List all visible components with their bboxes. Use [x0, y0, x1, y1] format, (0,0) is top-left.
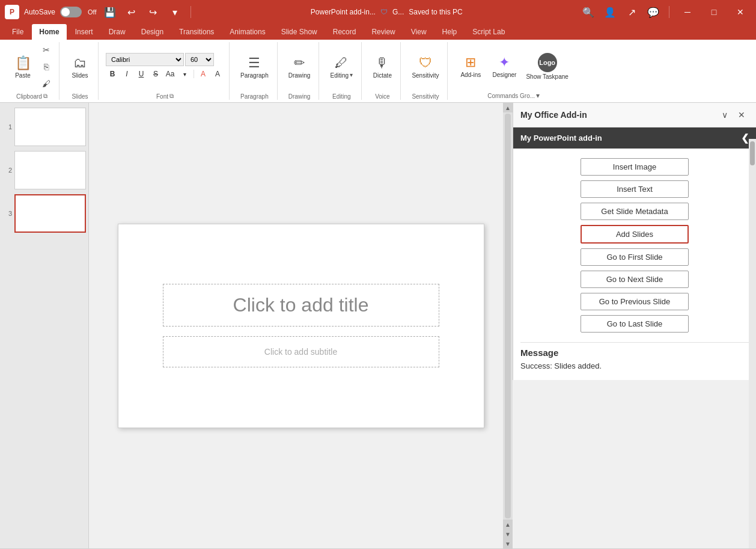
comments-button[interactable]: 💬 — [645, 4, 662, 20]
dictate-icon: 🎙 — [376, 55, 389, 71]
addin-collapse-button[interactable]: ∨ — [718, 108, 732, 122]
italic-button[interactable]: I — [120, 67, 133, 81]
dictate-button[interactable]: 🎙 Dictate — [369, 53, 395, 81]
show-taskpane-button[interactable]: Logo Show Taskpane — [522, 51, 572, 82]
strikethrough-button[interactable]: S — [149, 67, 162, 81]
addin-message-title: Message — [520, 348, 749, 358]
sensitivity-icon: 🛡 — [419, 55, 432, 71]
underline-button[interactable]: U — [135, 67, 148, 81]
scrollbar-track[interactable] — [505, 114, 511, 518]
add-slides-button[interactable]: Add Slides — [581, 225, 689, 244]
copy-button[interactable]: ⎘ — [38, 59, 54, 75]
clipboard-expand-icon[interactable]: ⧉ — [43, 93, 47, 100]
search-button[interactable]: 🔍 — [580, 4, 597, 20]
profile-button[interactable]: 👤 — [602, 4, 618, 20]
toggle-knob — [61, 8, 70, 16]
minimize-button[interactable]: ─ — [677, 4, 698, 20]
share-button[interactable]: ↗ — [623, 4, 640, 20]
addin-panel: My Office Add-in ∨ ✕ My PowerPoint add-i… — [513, 103, 756, 380]
save-button[interactable]: 💾 — [102, 4, 118, 20]
paragraph-button[interactable]: ☰ Paragraph — [237, 53, 272, 81]
addin-panel-title: My Office Add-in — [520, 110, 718, 120]
designer-button[interactable]: ✦ Designer — [489, 52, 520, 81]
tab-home[interactable]: Home — [32, 24, 66, 40]
get-slide-metadata-button[interactable]: Get Slide Metadata — [581, 203, 689, 220]
change-case-button[interactable]: Aa — [163, 67, 177, 81]
slide-title-area[interactable]: Click to add title — [163, 284, 439, 327]
quick-access-button[interactable]: ▾ — [166, 4, 183, 20]
tab-record[interactable]: Record — [326, 24, 364, 40]
separator2 — [669, 6, 669, 18]
slide-thumb-row-3: 3 — [2, 194, 86, 233]
tab-view[interactable]: View — [404, 24, 434, 40]
sensitivity-button[interactable]: 🛡 Sensitivity — [408, 53, 442, 81]
paragraph-icon: ☰ — [248, 55, 260, 71]
ribbon-content: 📋 Paste ✂ ⎘ 🖌 Clipboard ⧉ 🗂 Slides — [0, 40, 756, 102]
voice-label: Voice — [375, 93, 389, 100]
tab-scriptlab[interactable]: Script Lab — [465, 24, 512, 40]
close-button[interactable]: ✕ — [730, 4, 751, 20]
drawing-button[interactable]: ✏ Drawing — [285, 53, 314, 81]
tab-file[interactable]: File — [5, 24, 31, 40]
tab-transitions[interactable]: Transitions — [172, 24, 221, 40]
undo-button[interactable]: ↩ — [123, 4, 140, 20]
paste-button[interactable]: 📋 Paste — [10, 53, 36, 81]
slide-thumb-2[interactable] — [14, 151, 86, 189]
go-to-first-slide-button[interactable]: Go to First Slide — [581, 248, 689, 266]
insert-text-button[interactable]: Insert Text — [581, 180, 689, 198]
maximize-button[interactable]: □ — [703, 4, 725, 20]
main-area: 1 2 3 Click to add title Click to add su… — [0, 103, 756, 548]
go-to-last-slide-button[interactable]: Go to Last Slide — [581, 315, 689, 333]
ribbon: File Home Insert Draw Design Transitions… — [0, 24, 756, 103]
designer-icon: ✦ — [499, 55, 510, 70]
tab-insert[interactable]: Insert — [68, 24, 100, 40]
editing-icon: 🖊 — [335, 55, 348, 71]
bold-button[interactable]: B — [106, 67, 119, 81]
cut-button[interactable]: ✂ — [38, 42, 54, 58]
tab-animations[interactable]: Animations — [222, 24, 272, 40]
tab-slideshow[interactable]: Slide Show — [274, 24, 325, 40]
ribbon-tabs: File Home Insert Draw Design Transitions… — [0, 24, 756, 40]
addins-expand-icon[interactable]: ▾ — [536, 91, 540, 100]
text-highlight-button[interactable]: A — [211, 67, 224, 81]
scroll-next-arrow[interactable]: ▼ — [503, 529, 513, 539]
tab-help[interactable]: Help — [435, 24, 465, 40]
addin-subheader: My PowerPoint add-in ❮ — [513, 127, 756, 149]
font-expand-icon[interactable]: ⧉ — [169, 93, 174, 100]
format-painter-button[interactable]: 🖌 — [38, 76, 54, 91]
tab-design[interactable]: Design — [134, 24, 171, 40]
paragraph-label: Paragraph — [240, 93, 269, 100]
font-color-button[interactable]: A — [197, 67, 210, 81]
addin-message-section: Message Success: Slides added. — [520, 342, 749, 370]
taskpane-logo: Logo — [538, 53, 557, 72]
addins-button[interactable]: ⊞ Add-ins — [455, 52, 486, 81]
tab-review[interactable]: Review — [364, 24, 402, 40]
slide-thumb-3[interactable] — [14, 194, 86, 233]
addin-subheader-collapse[interactable]: ❮ — [741, 132, 749, 144]
slide-panel: 1 2 3 — [0, 103, 89, 548]
slide-subtitle-area[interactable]: Click to add subtitle — [163, 336, 439, 367]
editing-button[interactable]: 🖊 Editing ▾ — [326, 53, 356, 81]
autosave-toggle[interactable] — [60, 7, 82, 17]
font-size-select[interactable]: 60 — [185, 53, 214, 66]
scroll-prev-arrow[interactable]: ▲ — [503, 520, 513, 529]
addin-header: My Office Add-in ∨ ✕ — [513, 103, 756, 127]
scrollbar-up-arrow[interactable]: ▲ — [503, 103, 513, 112]
insert-image-button[interactable]: Insert Image — [581, 158, 689, 176]
font-family-select[interactable]: Calibri — [106, 53, 184, 66]
tab-draw[interactable]: Draw — [102, 24, 133, 40]
slide-canvas[interactable]: Click to add title Click to add subtitle — [118, 224, 484, 428]
toggle-state-label: Off — [88, 8, 96, 16]
addin-panel-wrapper: My Office Add-in ∨ ✕ My PowerPoint add-i… — [513, 103, 756, 548]
drawing-group: ✏ Drawing Drawing — [280, 42, 320, 100]
addin-side-scrollbar[interactable] — [749, 139, 756, 548]
addin-close-button[interactable]: ✕ — [734, 108, 749, 122]
go-to-previous-slide-button[interactable]: Go to Previous Slide — [581, 293, 689, 310]
sensitivity-group: 🛡 Sensitivity Sensitivity — [403, 42, 448, 100]
scrollbar-down-arrow[interactable]: ▼ — [503, 539, 513, 548]
slide-thumb-1[interactable] — [14, 108, 86, 146]
new-slide-button[interactable]: 🗂 Slides — [67, 53, 93, 81]
more-font-button[interactable]: ▾ — [178, 67, 191, 81]
go-to-next-slide-button[interactable]: Go to Next Slide — [581, 271, 689, 288]
redo-button[interactable]: ↪ — [145, 4, 162, 20]
